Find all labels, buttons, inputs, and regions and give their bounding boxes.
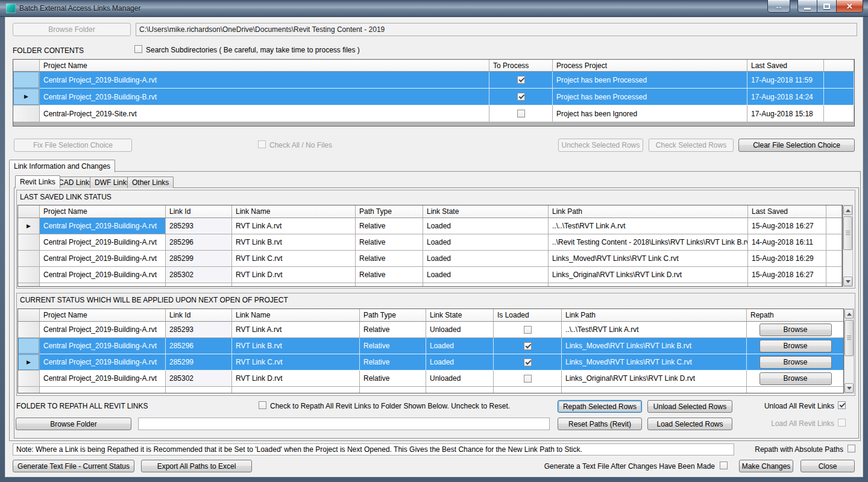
column-header[interactable]: Link Name xyxy=(232,309,360,322)
last-saved-scrollbar[interactable] xyxy=(843,205,853,287)
subtab-revit-links[interactable]: Revit Links xyxy=(15,175,60,188)
is_loaded-cell[interactable] xyxy=(494,338,562,354)
row-header[interactable] xyxy=(13,105,40,122)
column-header[interactable]: Process Project xyxy=(553,60,747,72)
link_name-cell[interactable]: RVT Link D.rvt xyxy=(232,371,360,387)
project-cell[interactable]: Central-Project_2019-Site.rvt xyxy=(40,105,489,122)
link_path-cell[interactable]: Links_Original\RVT Links\RVT Link D.rvt xyxy=(549,267,748,283)
last_saved-cell[interactable]: 17-Aug-2018 15:18 xyxy=(747,105,824,122)
scrollbar-thumb[interactable] xyxy=(843,216,852,250)
to_process-cell[interactable] xyxy=(489,105,553,122)
link_name-cell[interactable] xyxy=(232,283,356,287)
project-cell[interactable] xyxy=(40,283,166,287)
is_loaded-cell[interactable] xyxy=(494,371,562,387)
link_id-cell[interactable]: 285302 xyxy=(166,267,232,283)
path_type-cell[interactable] xyxy=(356,283,423,287)
repath-cell[interactable]: Browse xyxy=(747,354,844,371)
browse-cell-button[interactable]: Browse xyxy=(760,356,832,369)
column-header[interactable]: Is Loaded xyxy=(494,309,562,322)
column-header[interactable]: Link State xyxy=(423,205,549,218)
row-header[interactable] xyxy=(18,387,40,393)
project-cell[interactable]: Central Project_2019-Building-A.rvt xyxy=(40,234,166,251)
path_type-cell[interactable]: Relative xyxy=(360,354,426,371)
close-dialog-button[interactable]: Close xyxy=(800,460,855,472)
maximize-button[interactable] xyxy=(817,0,836,13)
check-all-checkbox[interactable] xyxy=(258,140,266,148)
link_state-cell[interactable] xyxy=(423,283,549,287)
column-header[interactable]: Link Id xyxy=(166,205,232,218)
row-header[interactable] xyxy=(18,251,40,267)
link_id-cell[interactable]: 285293 xyxy=(166,322,232,338)
link_name-cell[interactable]: RVT Link C.rvt xyxy=(232,354,360,371)
repath-cell[interactable]: Browse xyxy=(747,371,844,387)
scroll-up-button[interactable] xyxy=(843,205,852,215)
fix-file-selection-button[interactable]: Fix File Selection Choice xyxy=(14,139,132,152)
project-cell[interactable]: Central Project_2019-Building-A.rvt xyxy=(40,338,166,354)
link_state-cell[interactable]: Loaded xyxy=(423,234,549,251)
repath-absolute-checkbox[interactable] xyxy=(848,445,855,452)
row-header[interactable]: ▶ xyxy=(13,89,40,105)
row-checkbox[interactable] xyxy=(517,110,525,117)
link_id-cell[interactable]: 285296 xyxy=(166,234,232,251)
link_id-cell[interactable] xyxy=(166,387,232,393)
unload-all-links-checkbox[interactable] xyxy=(838,401,846,409)
column-header[interactable]: Link State xyxy=(426,309,494,322)
grid-corner[interactable] xyxy=(18,205,40,218)
column-header[interactable]: Link Path xyxy=(549,205,748,218)
link_path-cell[interactable]: ..\..\Test\RVT Link A.rvt xyxy=(549,218,748,234)
link_name-cell[interactable]: RVT Link A.rvt xyxy=(232,322,360,338)
row-header[interactable] xyxy=(13,72,40,89)
load-selected-rows-button[interactable]: Load Selected Rows xyxy=(647,418,732,430)
check-selected-rows-button[interactable]: Check Selected Rows xyxy=(649,139,734,152)
link_name-cell[interactable] xyxy=(232,387,360,393)
filler-cell[interactable] xyxy=(826,234,842,251)
generate-after-checkbox[interactable] xyxy=(720,462,728,469)
browse-repath-folder-button[interactable]: Browse Folder xyxy=(16,418,131,430)
close-button[interactable]: ✕ xyxy=(836,0,863,13)
link_state-cell[interactable]: Loaded xyxy=(426,338,494,354)
process_status-cell[interactable]: Project has been Processed xyxy=(553,72,747,89)
column-header[interactable]: Repath xyxy=(747,309,844,322)
row-checkbox[interactable] xyxy=(524,375,532,383)
path_type-cell[interactable]: Relative xyxy=(356,267,423,283)
path_type-cell[interactable]: Relative xyxy=(356,251,423,267)
link_name-cell[interactable]: RVT Link D.rvt xyxy=(232,267,356,283)
last_saved-cell[interactable]: 15-Aug-2018 16:29 xyxy=(748,251,826,267)
column-header[interactable]: Project Name xyxy=(40,309,166,322)
repath-cell[interactable]: Browse xyxy=(747,322,844,338)
link_id-cell[interactable]: 285299 xyxy=(166,251,232,267)
generate-text-file-button[interactable]: Generate Text File - Current Status xyxy=(13,460,134,472)
row-header[interactable] xyxy=(18,267,40,283)
link_path-cell[interactable] xyxy=(562,387,747,393)
link_path-cell[interactable] xyxy=(549,283,748,287)
link_name-cell[interactable]: RVT Link B.rvt xyxy=(232,234,356,251)
link_id-cell[interactable]: 285293 xyxy=(166,218,232,234)
project-cell[interactable]: Central Project_2019-Building-A.rvt xyxy=(40,354,166,371)
row-header[interactable]: ▶ xyxy=(18,218,40,234)
link_id-cell[interactable]: 285299 xyxy=(166,354,232,371)
project-cell[interactable]: Central Project_2019-Building-B.rvt xyxy=(40,89,489,105)
repath-cell[interactable] xyxy=(747,387,844,393)
row-header[interactable] xyxy=(18,234,40,251)
repath-folder-input[interactable] xyxy=(138,418,550,430)
filler-cell[interactable] xyxy=(824,105,854,122)
make-changes-button[interactable]: Make Changes xyxy=(739,460,793,472)
project-cell[interactable]: Central Project_2019-Building-A.rvt xyxy=(40,322,166,338)
filler-cell[interactable] xyxy=(826,267,842,283)
row-checkbox[interactable] xyxy=(517,93,525,101)
link_state-cell[interactable]: Loaded xyxy=(423,267,549,283)
repath-selected-rows-button[interactable]: Repath Selected Rows xyxy=(558,400,642,413)
link_id-cell[interactable]: 285296 xyxy=(166,338,232,354)
filler-cell[interactable] xyxy=(826,251,842,267)
row-header[interactable] xyxy=(18,338,40,354)
row-header[interactable] xyxy=(18,371,40,387)
last_saved-cell[interactable]: 15-Aug-2018 16:27 xyxy=(748,267,826,283)
link_path-cell[interactable]: Links_Moved\RVT Links\RVT Link B.rvt xyxy=(562,338,747,354)
link_path-cell[interactable]: ..\..\Test\RVT Link A.rvt xyxy=(562,322,747,338)
subtab-other-links[interactable]: Other Links xyxy=(127,177,174,188)
filler-cell[interactable] xyxy=(824,89,854,105)
path_type-cell[interactable]: Relative xyxy=(360,371,426,387)
path_type-cell[interactable] xyxy=(360,387,426,393)
link_name-cell[interactable]: RVT Link C.rvt xyxy=(232,251,356,267)
scroll-down-button[interactable] xyxy=(844,383,854,393)
